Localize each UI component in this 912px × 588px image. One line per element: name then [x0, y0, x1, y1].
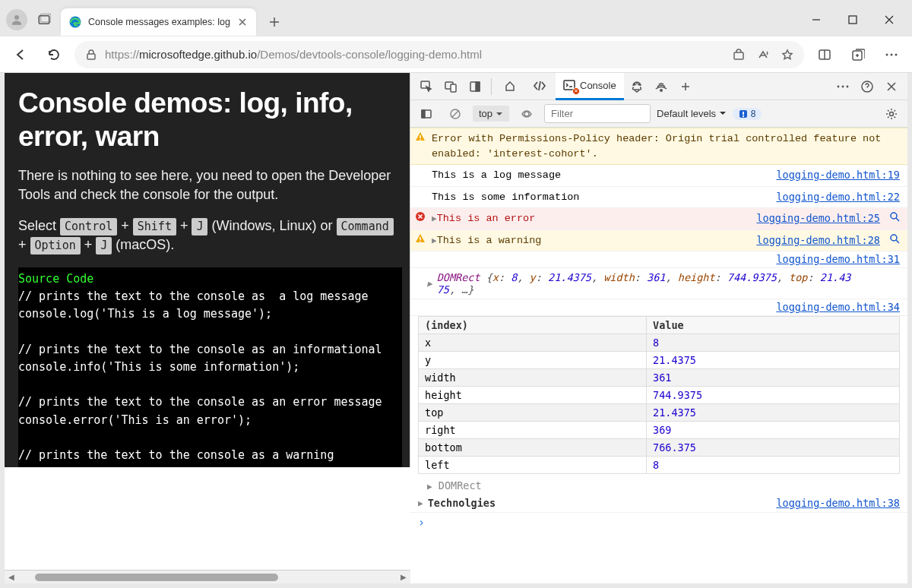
- table-row: width361: [419, 369, 900, 387]
- address-bar[interactable]: https://microsoftedge.github.io/Demos/de…: [74, 41, 804, 68]
- table-header[interactable]: (index): [419, 317, 647, 334]
- shopping-icon[interactable]: [733, 49, 745, 61]
- svg-point-10: [891, 53, 893, 55]
- svg-point-28: [524, 112, 529, 116]
- svg-point-11: [895, 53, 898, 55]
- svg-point-18: [634, 84, 635, 85]
- svg-rect-6: [734, 52, 743, 59]
- page-shortcut-hint: Select Control + Shift + J (Windows, Lin…: [18, 217, 402, 254]
- console-group[interactable]: ▶ Technolgies logging-demo.html:38: [410, 494, 907, 513]
- svg-rect-26: [422, 110, 425, 118]
- maximize-button[interactable]: [836, 8, 869, 32]
- favorite-icon[interactable]: [781, 49, 793, 61]
- kbd-control: Control: [60, 218, 117, 236]
- page-content: Console demos: log, info, error, warn Th…: [5, 73, 410, 467]
- devtools-help-icon[interactable]: [856, 75, 879, 98]
- refresh-button[interactable]: [41, 42, 67, 68]
- svg-point-22: [842, 85, 844, 87]
- live-expression-icon[interactable]: [515, 103, 538, 125]
- source-link-row: logging-demo.html:34: [410, 299, 907, 316]
- sources-tab-icon[interactable]: [625, 75, 648, 98]
- console-settings-icon[interactable]: [880, 103, 903, 125]
- browser-tab[interactable]: Console messages examples: log: [61, 8, 256, 36]
- source-link-row: logging-demo.html:31: [410, 251, 907, 268]
- dock-side-icon[interactable]: [464, 75, 486, 98]
- svg-rect-16: [476, 82, 480, 91]
- split-screen-icon[interactable]: [812, 42, 838, 68]
- collections-icon[interactable]: [845, 42, 871, 68]
- device-toggle-icon[interactable]: [439, 75, 462, 98]
- context-selector[interactable]: top: [473, 106, 509, 122]
- back-button[interactable]: [8, 42, 33, 68]
- source-link[interactable]: logging-demo.html:34: [776, 301, 900, 313]
- read-aloud-icon[interactable]: [757, 49, 769, 61]
- more-tabs-button[interactable]: [674, 75, 697, 98]
- console-sidebar-toggle[interactable]: [415, 103, 438, 125]
- magnifier-icon[interactable]: [889, 233, 900, 244]
- warning-icon: [415, 131, 427, 142]
- table-header[interactable]: Value: [647, 317, 900, 334]
- network-tab-icon[interactable]: [650, 75, 673, 98]
- close-window-button[interactable]: [872, 8, 906, 32]
- source-link[interactable]: logging-demo.html:25: [756, 211, 880, 226]
- table-row: y21.4375: [419, 352, 900, 369]
- menu-icon[interactable]: [879, 42, 904, 68]
- kbd-command: Command: [337, 218, 394, 236]
- table-row: bottom766.375: [419, 439, 900, 457]
- page-intro: There is nothing to see here, you need t…: [18, 166, 402, 204]
- console-tab[interactable]: Console ✕: [556, 73, 624, 100]
- svg-point-21: [838, 85, 840, 87]
- navbar: https://microsoftedge.github.io/Demos/de…: [0, 36, 912, 73]
- edge-favicon-icon: [68, 15, 82, 29]
- tab-title: Console messages examples: log: [88, 17, 230, 27]
- svg-rect-5: [87, 54, 95, 59]
- console-prompt[interactable]: ›: [410, 513, 907, 533]
- svg-rect-34: [420, 139, 421, 141]
- console-message[interactable]: This is some informationlogging-demo.htm…: [410, 187, 907, 209]
- source-link[interactable]: logging-demo.html:22: [776, 190, 900, 205]
- svg-rect-37: [420, 237, 421, 240]
- console-message[interactable]: ▶This is a warninglogging-demo.html:28: [410, 230, 907, 252]
- svg-rect-4: [849, 16, 857, 24]
- source-link[interactable]: logging-demo.html:31: [776, 253, 900, 265]
- devtools-close-icon[interactable]: [880, 75, 903, 98]
- kbd-j: J: [192, 218, 207, 236]
- svg-point-20: [660, 89, 662, 90]
- issues-badge[interactable]: 8: [733, 108, 762, 120]
- console-message[interactable]: ▶This is an errorlogging-demo.html:25: [410, 208, 907, 230]
- table-row: right369: [419, 422, 900, 439]
- tab-close-button[interactable]: [236, 16, 249, 28]
- console-message[interactable]: This is a log messagelogging-demo.html:1…: [410, 165, 907, 187]
- elements-tab[interactable]: [525, 73, 554, 100]
- page-scrollbar-horizontal[interactable]: ◀▶: [5, 570, 410, 583]
- table-row: x8: [419, 334, 900, 352]
- welcome-tab[interactable]: [496, 73, 524, 100]
- minimize-button[interactable]: [800, 8, 833, 32]
- log-levels-selector[interactable]: Default levels: [657, 108, 727, 119]
- inspect-element-icon[interactable]: [415, 75, 438, 98]
- profile-avatar[interactable]: [6, 9, 27, 30]
- table-row: left8: [419, 457, 900, 474]
- devtools-more-icon[interactable]: [831, 75, 854, 98]
- magnifier-icon[interactable]: [889, 211, 900, 222]
- clear-console-icon[interactable]: [444, 103, 467, 125]
- devtools-panel: Console ✕ top Default levels 8: [410, 73, 907, 583]
- tab-manager-icon[interactable]: [32, 8, 56, 32]
- source-link[interactable]: logging-demo.html:38: [776, 497, 900, 509]
- svg-point-9: [886, 53, 888, 55]
- url-text: https://microsoftedge.github.io/Demos/de…: [105, 48, 482, 61]
- svg-rect-31: [743, 115, 744, 117]
- table-footer-object[interactable]: ▶ DOMRect: [410, 477, 907, 494]
- filter-input[interactable]: [544, 104, 651, 123]
- console-header-warning: Error with Permissions-Policy header: Or…: [410, 128, 907, 165]
- svg-point-32: [890, 112, 894, 115]
- console-output[interactable]: Error with Permissions-Policy header: Or…: [410, 128, 907, 583]
- domrect-log[interactable]: ▶ DOMRect {x: 8, y: 21.4375, width: 361,…: [410, 268, 907, 299]
- source-link[interactable]: logging-demo.html:28: [756, 233, 880, 248]
- kbd-j2: J: [96, 237, 112, 254]
- new-tab-button[interactable]: [261, 8, 288, 36]
- source-link[interactable]: logging-demo.html:19: [776, 168, 900, 183]
- kbd-option: Option: [30, 237, 81, 254]
- svg-rect-33: [420, 135, 421, 138]
- error-icon: [415, 211, 427, 222]
